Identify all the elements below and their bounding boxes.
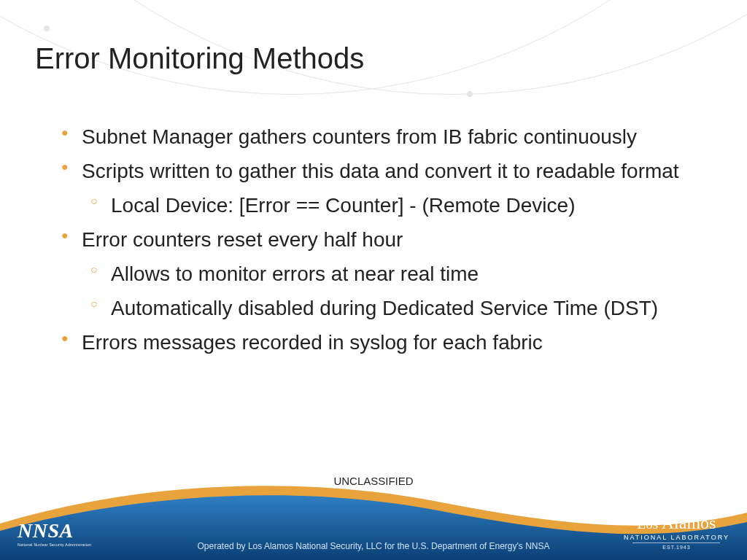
bullet-item: Error counters reset every half hour	[58, 227, 703, 252]
bullet-item: Subnet Manager gathers counters from IB …	[58, 124, 703, 149]
nnsa-logo-text: NNSA	[18, 519, 91, 542]
established-text: EST.1943	[624, 545, 729, 550]
bullet-item: Scripts written to gather this data and …	[58, 158, 703, 184]
bullet-sub-item: Automatically disabled during Dedicated …	[58, 295, 703, 321]
los-alamos-logo: Los Alamos NATIONAL LABORATORY EST.1943	[624, 471, 729, 550]
svg-point-1	[667, 489, 672, 494]
decorative-dot	[467, 91, 473, 97]
atom-orbit-icon	[625, 471, 727, 509]
footer: NNSA National Nuclear Security Administr…	[0, 472, 747, 560]
decorative-dot	[44, 26, 50, 31]
slide-body: Subnet Manager gathers counters from IB …	[58, 124, 703, 364]
national-laboratory-text: NATIONAL LABORATORY	[624, 534, 729, 541]
alamos-text: Alamos	[662, 513, 716, 532]
los-text: Los	[638, 516, 659, 532]
los-alamos-wordmark: Los Alamos	[624, 513, 729, 533]
divider	[632, 542, 720, 543]
slide: Error Monitoring Methods Subnet Manager …	[0, 0, 747, 560]
svg-point-2	[717, 474, 721, 478]
bullet-item: Errors messages recorded in syslog for e…	[58, 330, 703, 355]
bullet-sub-item: Allows to monitor errors at near real ti…	[58, 261, 703, 287]
nnsa-logo-subtext: National Nuclear Security Administration	[18, 542, 91, 547]
bullet-sub-item: Local Device: [Error == Counter] - (Remo…	[58, 192, 703, 218]
nnsa-logo: NNSA National Nuclear Security Administr…	[18, 519, 91, 547]
slide-title: Error Monitoring Methods	[35, 42, 364, 75]
